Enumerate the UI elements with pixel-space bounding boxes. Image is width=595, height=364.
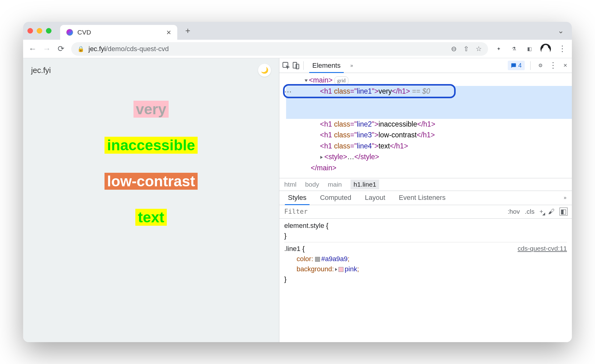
dom-node-h1-line3[interactable]: <h1 class="line3">low-contrast</h1> (286, 130, 572, 141)
source-link[interactable]: cds-quest-cvd:11 (518, 244, 567, 253)
dom-node-main[interactable]: <main>grid (286, 75, 572, 86)
crumb-main[interactable]: main (328, 181, 342, 188)
share-icon[interactable]: ⇧ (463, 45, 469, 53)
sidepanel-icon[interactable]: ◧ (525, 45, 534, 53)
rule-element-style[interactable]: element.style (284, 222, 324, 229)
expand-icon[interactable] (335, 268, 337, 271)
menu-button[interactable]: ⋮ (558, 45, 566, 53)
browser-toolbar: ← → ⟳ 🔒 jec.fyi/demo/cds-quest-cvd ⊖ ⇧ ☆… (23, 40, 572, 58)
tab-computed[interactable]: Computed (314, 191, 358, 205)
extensions-icon[interactable]: ✦ (494, 45, 503, 53)
address-bar[interactable]: 🔒 jec.fyi/demo/cds-quest-cvd ⊖ ⇧ ☆ (71, 42, 488, 56)
dom-tree[interactable]: <main>grid ⋯<h1 class="line1">very</h1> … (279, 73, 572, 178)
reload-button[interactable]: ⟳ (57, 45, 65, 53)
forward-button[interactable]: → (43, 45, 51, 53)
paint-icon[interactable]: 🖌 (548, 208, 555, 215)
computed-toggle-icon[interactable]: ◧ (560, 208, 568, 216)
dom-actions-icon[interactable]: ⋯ (284, 86, 291, 97)
lock-icon: 🔒 (77, 46, 84, 52)
styles-tabbar: Styles Computed Layout Event Listeners » (279, 191, 572, 205)
issues-count: 4 (518, 62, 522, 69)
inspect-icon[interactable] (282, 61, 290, 70)
heading-line4: text (135, 209, 166, 226)
breadcrumb: html body main h1.line1 (279, 178, 572, 191)
devtools-tabbar: Elements » 4 ⚙ ⋮ ✕ (279, 58, 572, 73)
styles-rules[interactable]: element.style { } .line1 {cds-quest-cvd:… (279, 219, 572, 286)
device-toggle-icon[interactable] (292, 61, 300, 70)
url-path: /demo/cds-quest-cvd (106, 45, 169, 53)
tab-close-button[interactable]: × (166, 28, 171, 37)
profile-avatar[interactable] (540, 44, 551, 54)
color-swatch[interactable] (315, 257, 320, 262)
content-area: jec.fyi 🌙 very inaccessible low-contrast… (23, 58, 572, 342)
browser-tab[interactable]: CVD × (60, 25, 177, 40)
devtools-close-icon[interactable]: ✕ (561, 61, 569, 70)
back-button[interactable]: ← (29, 45, 37, 53)
new-rule-button[interactable]: +◢ (540, 208, 543, 215)
more-tabs-icon[interactable]: » (347, 61, 356, 70)
devtools-panel: Elements » 4 ⚙ ⋮ ✕ <main>grid ⋯<h1 class… (279, 58, 572, 342)
rule-color[interactable]: color: #a9a9a9; (284, 254, 567, 264)
tab-strip: CVD × + ⌄ (23, 22, 572, 40)
hov-button[interactable]: :hov (508, 208, 520, 215)
dom-node-main-close[interactable]: </main> (286, 163, 572, 174)
tab-listeners[interactable]: Event Listeners (393, 191, 452, 205)
tab-styles[interactable]: Styles (282, 191, 313, 205)
browser-window: CVD × + ⌄ ← → ⟳ 🔒 jec.fyi/demo/cds-quest… (23, 22, 572, 342)
rule-line1-selector[interactable]: .line1 (284, 245, 301, 253)
dom-node-h1-line1[interactable]: ⋯<h1 class="line1">very</h1> == $0 (286, 86, 572, 119)
devtools-menu-icon[interactable]: ⋮ (548, 61, 557, 70)
minimize-window-button[interactable] (37, 28, 42, 34)
heading-line2: inaccessible (105, 137, 198, 154)
heading-line3: low-contrast (105, 173, 197, 190)
maximize-window-button[interactable] (46, 28, 51, 34)
page-viewport: jec.fyi 🌙 very inaccessible low-contrast… (23, 58, 279, 342)
dom-node-h1-line4[interactable]: <h1 class="line4">text</h1> (286, 141, 572, 152)
cls-button[interactable]: .cls (525, 208, 535, 215)
crumb-body[interactable]: body (305, 181, 319, 188)
dom-node-style[interactable]: <style>…</style> (286, 152, 572, 163)
settings-icon[interactable]: ⚙ (536, 61, 545, 70)
tab-layout[interactable]: Layout (359, 191, 391, 205)
crumb-h1[interactable]: h1.line1 (351, 180, 380, 189)
tab-search-button[interactable]: ⌄ (558, 26, 564, 35)
tab-favicon (66, 29, 73, 36)
tab-elements[interactable]: Elements (307, 58, 346, 73)
page-brand: jec.fyi (31, 66, 51, 75)
zoom-icon[interactable]: ⊖ (451, 45, 457, 53)
window-controls (27, 28, 51, 34)
labs-icon[interactable]: ⚗ (510, 45, 518, 53)
theme-toggle-button[interactable]: 🌙 (258, 64, 271, 77)
more-styles-tabs-icon[interactable]: » (561, 193, 569, 202)
close-window-button[interactable] (27, 28, 33, 34)
new-tab-button[interactable]: + (181, 26, 195, 36)
heading-line1: very (133, 101, 169, 118)
rule-background[interactable]: background:pink; (284, 264, 567, 274)
bg-swatch[interactable] (339, 267, 343, 272)
url-host: jec.fyi (88, 45, 106, 53)
styles-filter-input[interactable] (279, 208, 503, 215)
crumb-html[interactable]: html (284, 181, 297, 188)
dom-node-h1-line2[interactable]: <h1 class="line2">inaccessible</h1> (286, 119, 572, 130)
issues-badge[interactable]: 4 (508, 61, 525, 70)
bookmark-icon[interactable]: ☆ (476, 45, 482, 53)
styles-filter-bar: :hov .cls +◢ 🖌 ◧ (279, 205, 572, 219)
tab-title: CVD (77, 29, 162, 36)
